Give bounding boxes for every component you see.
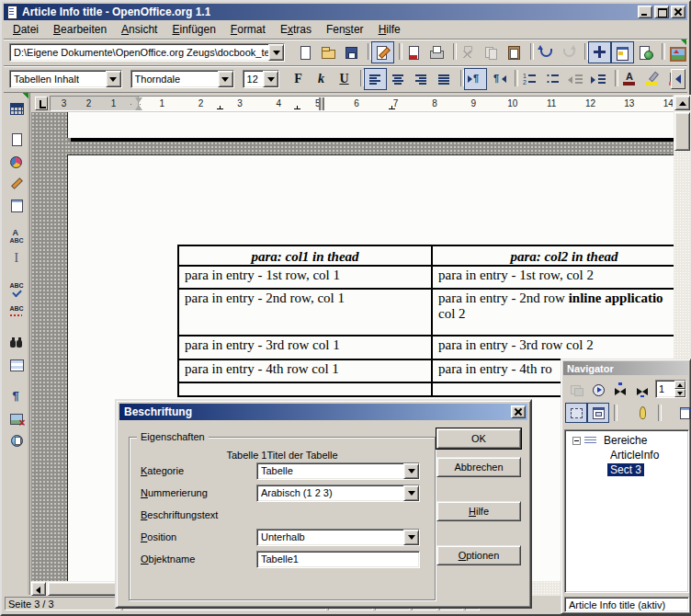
close-button[interactable] (671, 6, 685, 18)
dropdown-button[interactable] (106, 71, 121, 87)
font-color-button[interactable] (618, 68, 641, 90)
insert-table-button[interactable] (5, 97, 28, 119)
navigation-button[interactable] (587, 380, 609, 400)
table-cell[interactable]: para in entry - 1st row, col 1 (179, 267, 433, 288)
autotext-button[interactable] (5, 225, 28, 247)
print-file-button[interactable] (425, 41, 448, 63)
dropdown-button[interactable] (218, 71, 233, 87)
previous-button[interactable] (609, 380, 631, 400)
nonprinting-chars-button[interactable] (5, 385, 28, 407)
indent-marker[interactable] (135, 97, 143, 110)
open-document-button[interactable] (317, 41, 340, 63)
cancel-button[interactable]: Abbrechen (436, 457, 521, 477)
autospellcheck-button[interactable] (5, 301, 28, 323)
table-header-cell[interactable]: para: col2 in thead (433, 246, 674, 265)
table-cell[interactable] (179, 383, 433, 395)
navigator-button[interactable] (588, 41, 611, 63)
navigator-document-list[interactable]: Article Info title (aktiv) (564, 597, 689, 612)
align-center-button[interactable] (387, 68, 410, 90)
table-cell[interactable]: para in entry - 3rd row col 2 (433, 337, 674, 359)
horizontal-ruler[interactable]: 321 1234567891011121314 (50, 96, 674, 111)
font-name-combobox[interactable]: Thorndale (130, 70, 234, 88)
table-cell[interactable]: para in entry - 2nd row, col 1 (179, 290, 433, 335)
stylist-button[interactable] (611, 41, 634, 63)
menu-format[interactable]: Format (223, 21, 273, 38)
align-right-button[interactable] (410, 68, 433, 90)
category-combo[interactable]: Tabelle (256, 462, 420, 480)
url-combobox[interactable]: D:\Eigene Dokumente\OpenOffice.org Zeugs… (9, 43, 285, 62)
header-button[interactable] (675, 403, 691, 423)
expander-minus-icon[interactable] (572, 437, 581, 445)
dropdown-button[interactable] (263, 71, 278, 87)
tree-item-sect3[interactable]: Sect 3 (565, 462, 688, 477)
find-replace-button[interactable] (5, 332, 28, 354)
object-name-input[interactable]: Tabelle1 (256, 551, 420, 568)
numbering-combo[interactable]: Arabisch (1 2 3) (256, 485, 420, 502)
align-left-button[interactable] (364, 68, 387, 90)
bullets-button[interactable] (541, 68, 564, 90)
tree-item-bereiche[interactable]: Bereiche (565, 433, 688, 448)
table-header-cell[interactable]: para: col1 in thead (179, 246, 433, 265)
page-number-spinner[interactable]: 1 (655, 380, 686, 398)
vertical-scroll-thumb[interactable] (674, 112, 690, 151)
online-layout-button[interactable] (5, 429, 28, 451)
export-pdf-button[interactable] (402, 41, 425, 63)
maximize-button[interactable] (654, 6, 669, 18)
dropdown-button[interactable] (403, 485, 419, 501)
minimize-button[interactable] (638, 6, 652, 18)
scroll-left-button[interactable] (31, 582, 46, 596)
navigator-title-bar[interactable]: Navigator (563, 361, 688, 375)
table-cell[interactable]: para in entry - 1st row, col 2 (433, 267, 674, 288)
dropdown-button[interactable] (268, 44, 284, 61)
increase-indent-button[interactable] (587, 68, 610, 90)
tree-item-articleinfo[interactable]: ArticleInfo (565, 448, 688, 462)
menu-ansicht[interactable]: Ansicht (114, 21, 164, 38)
dropdown-button[interactable] (403, 463, 419, 479)
graphics-onoff-button[interactable] (5, 407, 28, 429)
form-functions-button[interactable] (5, 194, 28, 216)
left-to-right-button[interactable] (464, 68, 487, 90)
underline-button[interactable]: U (333, 68, 356, 90)
scroll-up-button[interactable] (674, 96, 690, 110)
content-view-button[interactable] (587, 403, 609, 423)
menu-hilfe[interactable]: Hilfe (371, 21, 408, 38)
position-combo[interactable]: Unterhalb (256, 529, 420, 546)
italic-button[interactable]: k (310, 68, 333, 90)
table-cell[interactable]: para in entry - 3rd row col 1 (179, 337, 433, 359)
set-reminder-button[interactable] (631, 403, 653, 423)
dropdown-button[interactable] (403, 530, 419, 545)
table-cell[interactable]: para in entry - 4th row col 1 (179, 360, 433, 382)
bold-button[interactable]: F (287, 68, 310, 90)
spin-up-button[interactable] (674, 381, 685, 389)
spin-down-button[interactable] (674, 389, 685, 397)
paste-button[interactable] (503, 41, 526, 63)
direct-cursor-button[interactable] (5, 247, 28, 269)
toolbar-scroll-left-button[interactable] (671, 69, 685, 89)
dialog-title-bar[interactable]: Beschriftung (119, 404, 527, 420)
page-2-bottom[interactable] (67, 112, 674, 138)
hyperlink-button[interactable] (634, 41, 657, 63)
spellcheck-button[interactable] (5, 279, 28, 301)
align-justify-button[interactable] (433, 68, 456, 90)
menu-datei[interactable]: Datei (6, 21, 46, 38)
edit-file-button[interactable] (371, 41, 394, 63)
ok-button[interactable]: OK (436, 428, 521, 449)
insert-button[interactable] (5, 128, 28, 150)
font-size-combobox[interactable]: 12 (243, 70, 279, 88)
data-sources-button[interactable] (5, 354, 28, 376)
dialog-close-button[interactable] (511, 405, 526, 418)
next-button[interactable] (631, 380, 653, 400)
options-button[interactable]: Optionen (436, 545, 521, 565)
table-column-marker[interactable] (319, 97, 324, 110)
save-document-button[interactable] (340, 41, 363, 63)
menu-bearbeiten[interactable]: Bearbeiten (46, 21, 114, 38)
tab-type-selector-button[interactable] (35, 97, 48, 110)
insert-object-button[interactable] (5, 150, 28, 172)
menu-extras[interactable]: Extras (273, 21, 319, 38)
new-document-button[interactable] (294, 41, 317, 63)
menu-fenster[interactable]: Fenster (319, 21, 371, 38)
right-to-left-button[interactable] (487, 68, 510, 90)
table-cell[interactable]: para in entry - 2nd row inline applicati… (433, 290, 674, 335)
numbering-button[interactable] (518, 68, 541, 90)
paragraph-style-combobox[interactable]: Tabellen Inhalt (9, 70, 122, 88)
